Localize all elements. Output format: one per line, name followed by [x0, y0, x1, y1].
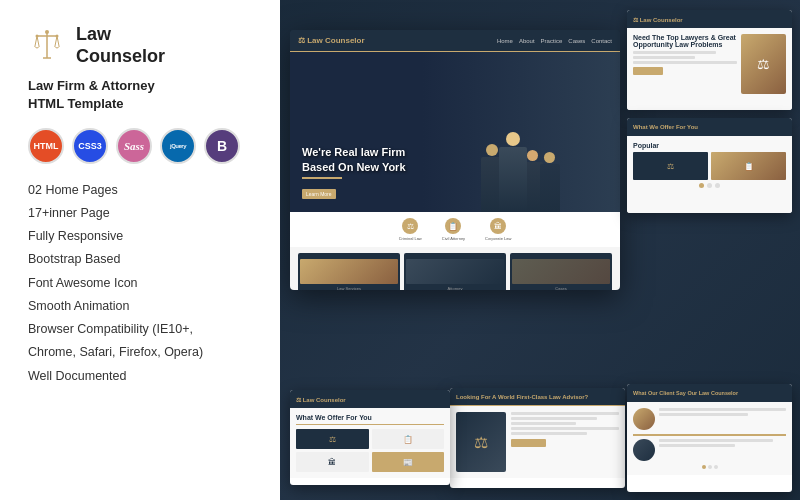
mockup-nav: ⚖ Law Counselor Home About Practice Case…	[290, 30, 620, 52]
feature-inner-pages: 17+inner Page	[28, 205, 252, 221]
svg-point-8	[36, 34, 39, 37]
mock-card-img-1	[300, 259, 398, 284]
corporate-law-label: Corporate Law	[485, 236, 511, 241]
mockup-icons-row: ⚖ Criminal Law 📋 Civil Attorney 🏛 Corpor…	[290, 212, 620, 247]
mockup-hero: We're Real law FirmBased On New York Lea…	[290, 52, 620, 212]
features-list: 02 Home Pages 17+inner Page Fully Respon…	[28, 182, 252, 384]
bottom-left-header-text: ⚖ Law Counselor	[296, 396, 346, 403]
left-panel: Law Counselor Law Firm & Attorney HTML T…	[0, 0, 280, 500]
logo-text-top: Law	[76, 24, 165, 46]
svg-point-7	[45, 30, 49, 34]
mockup-bottom-grid: Law Services Attorney Cases	[298, 253, 612, 290]
mock-card-img-2	[406, 259, 504, 284]
feature-documented: Well Documented	[28, 368, 252, 384]
mock-card-text-1: Law Services	[337, 286, 361, 291]
mock-card-1: Law Services	[298, 253, 400, 290]
bottom-mockup-body: ⚖	[450, 406, 625, 478]
feature-bootstrap: Bootstrap Based	[28, 251, 252, 267]
small-mockup-title-2: Popular	[633, 142, 786, 149]
mockup-nav-logo: ⚖ Law Counselor	[298, 36, 365, 45]
bottom-mockup-header: Looking For A World First-Class Law Advi…	[456, 394, 588, 400]
mock-card-img-3	[512, 259, 610, 284]
badge-bootstrap: B	[204, 128, 240, 164]
nav-link-practice: Practice	[541, 38, 563, 44]
logo-text-block: Law Counselor	[76, 24, 165, 67]
small-mockup-body-2: Popular ⚖ 📋	[627, 136, 792, 213]
lawyers-group	[420, 57, 620, 212]
civil-attorney-icon: 📋	[445, 218, 461, 234]
mock-card-3: Cases	[510, 253, 612, 290]
mock-card-text-3: Cases	[555, 286, 566, 291]
small-mockup-header-1: ⚖ Law Counselor	[627, 10, 792, 28]
mockup-stack: ⚖ Law Counselor Need The Top Lawyers & G…	[627, 10, 792, 213]
feature-animation: Smooth Animation	[28, 298, 252, 314]
tech-badges: HTML CSS3 Sass jQuery B	[28, 128, 252, 164]
line-2	[633, 56, 695, 59]
icon-civil-attorney: 📋 Civil Attorney	[442, 218, 465, 241]
svg-line-5	[57, 36, 59, 46]
bottom-right-mockup: What Our Client Say Our Law Counselor	[627, 384, 792, 492]
small-mockup-logo-1: ⚖ Law Counselor	[633, 16, 683, 23]
mock-card-2: Attorney	[404, 253, 506, 290]
nav-link-home: Home	[497, 38, 513, 44]
small-mockup-logo-2: What We Offer For You	[633, 124, 698, 130]
line-1	[633, 51, 716, 54]
svg-line-2	[35, 36, 37, 46]
badge-html5: HTML	[28, 128, 64, 164]
small-mockup-top: ⚖ Law Counselor Need The Top Lawyers & G…	[627, 10, 792, 110]
bottom-right-header: What Our Client Say Our Law Counselor	[633, 390, 738, 396]
tagline: Law Firm & Attorney HTML Template	[28, 77, 252, 113]
logo-area: Law Counselor	[28, 24, 252, 67]
feature-font-awesome: Font Awesome Icon	[28, 275, 252, 291]
bottom-left-title: What We Offer For You	[296, 414, 444, 421]
gold-line	[296, 424, 444, 425]
small-mockup-mid: What We Offer For You Popular ⚖ 📋	[627, 118, 792, 213]
feature-home-pages: 02 Home Pages	[28, 182, 252, 198]
small-mockup-header-2: What We Offer For You	[627, 118, 792, 136]
right-panel: ⚖ Law Counselor Home About Practice Case…	[280, 0, 800, 500]
svg-line-3	[37, 36, 39, 46]
badge-css3: CSS3	[72, 128, 108, 164]
mockup-bottom: Law Services Attorney Cases	[290, 247, 620, 290]
logo-text-bottom: Counselor	[76, 46, 165, 68]
nav-link-cases: Cases	[568, 38, 585, 44]
bottom-left-body: What We Offer For You ⚖ 📋 🏛 📰	[290, 408, 450, 478]
feature-responsive: Fully Responsive	[28, 228, 252, 244]
svg-point-9	[56, 34, 59, 37]
bottom-left-mockup: ⚖ Law Counselor What We Offer For You ⚖ …	[290, 390, 450, 485]
line-3	[633, 61, 737, 64]
mock-card-text-2: Attorney	[448, 286, 463, 291]
nav-link-contact: Contact	[591, 38, 612, 44]
bottom-center-mockup: Looking For A World First-Class Law Advi…	[450, 388, 625, 488]
logo-icon	[28, 27, 66, 65]
tagline-line1: Law Firm & Attorney	[28, 77, 252, 95]
feature-browser-compat-2: Chrome, Safari, Firefox, Opera)	[28, 344, 252, 360]
mockup-hero-title: We're Real law FirmBased On New York	[302, 145, 406, 174]
criminal-law-icon: ⚖	[402, 218, 418, 234]
badge-sass: Sass	[116, 128, 152, 164]
mockup-hero-text: We're Real law FirmBased On New York Lea…	[302, 145, 406, 200]
badge-jquery: jQuery	[160, 128, 196, 164]
criminal-law-label: Criminal Law	[399, 236, 422, 241]
icon-corporate-law: 🏛 Corporate Law	[485, 218, 511, 241]
icon-criminal-law: ⚖ Criminal Law	[399, 218, 422, 241]
nav-link-about: About	[519, 38, 535, 44]
mockup-container: ⚖ Law Counselor Home About Practice Case…	[280, 0, 800, 500]
tagline-line2: HTML Template	[28, 95, 252, 113]
bottom-right-body	[627, 402, 792, 475]
small-mockup-title-1: Need The Top Lawyers & Great Opportunity…	[633, 34, 737, 48]
bottom-left-header: ⚖ Law Counselor	[290, 390, 450, 408]
mockup-nav-links: Home About Practice Cases Contact	[497, 38, 612, 44]
civil-attorney-label: Civil Attorney	[442, 236, 465, 241]
small-mockup-body-1: Need The Top Lawyers & Great Opportunity…	[627, 28, 792, 110]
svg-line-4	[55, 36, 57, 46]
corporate-law-icon: 🏛	[490, 218, 506, 234]
main-mockup: ⚖ Law Counselor Home About Practice Case…	[290, 30, 620, 290]
feature-browser-compat-1: Browser Compatibility (IE10+,	[28, 321, 252, 337]
